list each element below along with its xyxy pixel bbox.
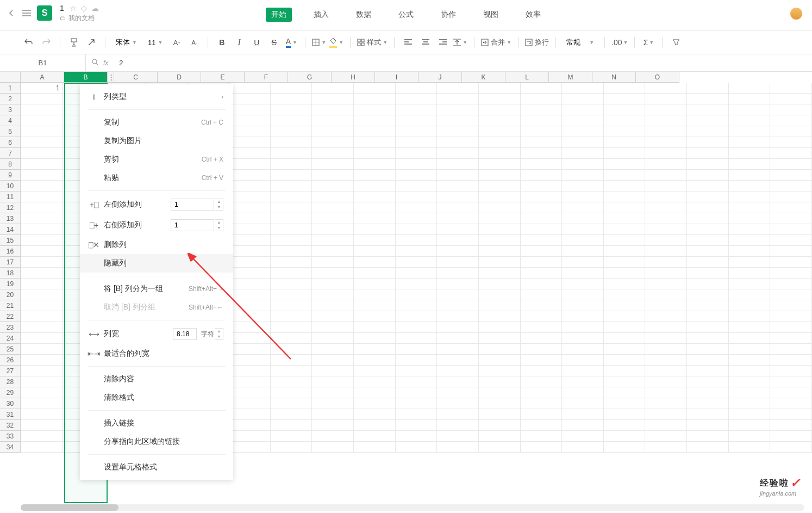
- cell[interactable]: [562, 322, 604, 333]
- cell[interactable]: [312, 148, 354, 159]
- row-header[interactable]: 18: [0, 268, 21, 279]
- cell[interactable]: [437, 159, 479, 170]
- cell[interactable]: [396, 257, 438, 268]
- cell[interactable]: [604, 311, 646, 322]
- cell[interactable]: [354, 279, 396, 289]
- cell[interactable]: [229, 257, 271, 268]
- cell[interactable]: [396, 191, 438, 202]
- cell[interactable]: [687, 246, 729, 257]
- user-avatar[interactable]: [790, 8, 802, 20]
- cell[interactable]: [729, 355, 771, 366]
- cell[interactable]: [687, 289, 729, 300]
- cell[interactable]: [271, 170, 313, 181]
- cell[interactable]: [21, 311, 63, 322]
- cell[interactable]: [729, 191, 771, 202]
- cell[interactable]: [479, 257, 521, 268]
- cell[interactable]: [687, 398, 729, 409]
- cell[interactable]: [562, 311, 604, 322]
- cell[interactable]: [354, 322, 396, 333]
- cell[interactable]: [354, 181, 396, 191]
- cell[interactable]: [521, 442, 563, 453]
- cell[interactable]: [21, 126, 63, 137]
- ctx-insert-link[interactable]: 插入链接: [80, 414, 233, 432]
- tab-data[interactable]: 数据: [351, 8, 377, 22]
- cell[interactable]: [604, 344, 646, 355]
- cell[interactable]: [354, 159, 396, 170]
- cell[interactable]: [729, 268, 771, 279]
- cell[interactable]: [396, 148, 438, 159]
- cell[interactable]: [645, 376, 687, 387]
- cell[interactable]: [437, 202, 479, 213]
- cell[interactable]: [271, 83, 313, 94]
- cell[interactable]: [562, 137, 604, 148]
- cell[interactable]: [229, 191, 271, 202]
- cell[interactable]: [604, 181, 646, 191]
- cell[interactable]: [479, 409, 521, 420]
- cell[interactable]: [21, 137, 63, 148]
- cell[interactable]: [354, 148, 396, 159]
- cell[interactable]: [396, 83, 438, 94]
- cell[interactable]: [312, 355, 354, 366]
- cell[interactable]: [312, 366, 354, 376]
- cell[interactable]: [521, 104, 563, 115]
- cell[interactable]: [604, 257, 646, 268]
- cell[interactable]: [312, 344, 354, 355]
- row-header[interactable]: 7: [0, 148, 21, 159]
- cell[interactable]: [354, 442, 396, 453]
- cell[interactable]: [604, 409, 646, 420]
- cell[interactable]: [229, 224, 271, 235]
- cell[interactable]: [645, 137, 687, 148]
- row-header[interactable]: 5: [0, 126, 21, 137]
- cell[interactable]: [479, 344, 521, 355]
- cell[interactable]: [604, 137, 646, 148]
- tab-insert[interactable]: 插入: [308, 8, 334, 22]
- cell[interactable]: [479, 224, 521, 235]
- cell[interactable]: [437, 104, 479, 115]
- cell[interactable]: [521, 257, 563, 268]
- width-input[interactable]: [173, 328, 197, 340]
- cell[interactable]: [645, 322, 687, 333]
- cell[interactable]: [521, 279, 563, 289]
- cell[interactable]: [396, 289, 438, 300]
- cell[interactable]: [645, 268, 687, 279]
- cell[interactable]: [604, 159, 646, 170]
- doc-name[interactable]: 1: [60, 4, 64, 13]
- cell[interactable]: [312, 94, 354, 104]
- cell[interactable]: [396, 137, 438, 148]
- cell[interactable]: [521, 398, 563, 409]
- col-header-C[interactable]: C: [114, 72, 158, 83]
- cell[interactable]: [396, 213, 438, 224]
- back-icon[interactable]: [7, 8, 16, 18]
- cell[interactable]: [562, 355, 604, 366]
- cell[interactable]: [645, 398, 687, 409]
- cell[interactable]: [645, 311, 687, 322]
- cell[interactable]: [396, 322, 438, 333]
- ctx-copy[interactable]: 复制Ctrl + C: [80, 113, 233, 132]
- cell[interactable]: [479, 355, 521, 366]
- cell[interactable]: [21, 181, 63, 191]
- row-header[interactable]: 22: [0, 311, 21, 322]
- cell[interactable]: [729, 246, 771, 257]
- cell[interactable]: [271, 289, 313, 300]
- cell[interactable]: 1: [21, 83, 63, 94]
- cell[interactable]: [729, 387, 771, 398]
- cell[interactable]: [21, 191, 63, 202]
- cell[interactable]: [479, 268, 521, 279]
- cell[interactable]: [396, 409, 438, 420]
- cell[interactable]: [645, 159, 687, 170]
- cell[interactable]: [229, 398, 271, 409]
- valign-button[interactable]: ▼: [453, 35, 467, 50]
- cell[interactable]: [729, 442, 771, 453]
- cell[interactable]: [645, 387, 687, 398]
- row-header[interactable]: 8: [0, 159, 21, 170]
- cell[interactable]: [312, 202, 354, 213]
- spin-up[interactable]: ▲: [215, 220, 223, 225]
- cell[interactable]: [354, 213, 396, 224]
- row-header[interactable]: 2: [0, 94, 21, 104]
- cell[interactable]: [687, 148, 729, 159]
- cell[interactable]: [271, 235, 313, 246]
- cell[interactable]: [562, 442, 604, 453]
- tab-formula[interactable]: 公式: [393, 8, 419, 22]
- cell[interactable]: [396, 420, 438, 431]
- spin-up[interactable]: ▲: [215, 329, 223, 334]
